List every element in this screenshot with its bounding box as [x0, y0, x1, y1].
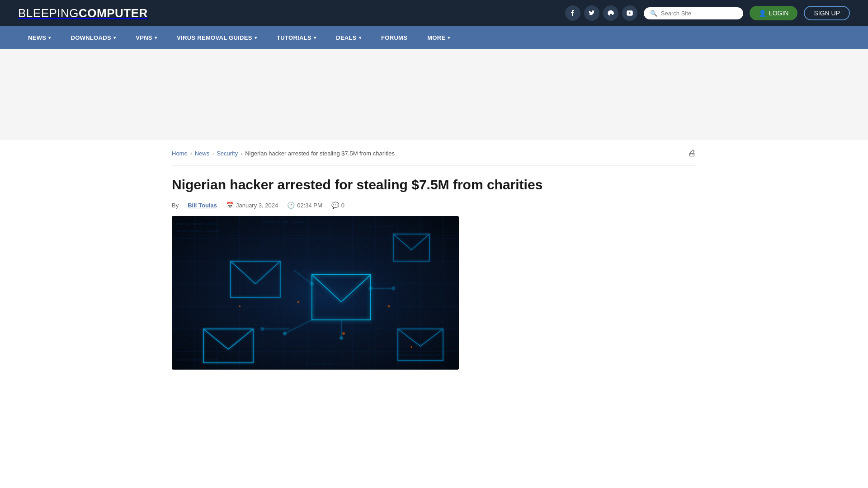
comments-badge[interactable]: 💬 0 — [331, 202, 344, 209]
site-header: BLEEPINGCOMPUTER 🔍 👤 LOGIN — [0, 0, 868, 26]
main-content: Home › News › Security › Nigerian hacker… — [163, 140, 705, 370]
main-nav: NEWS ▾ DOWNLOADS ▾ VPNS ▾ VIRUS REMOVAL … — [0, 26, 868, 49]
nav-tutorials-arrow: ▾ — [314, 35, 316, 40]
nav-more[interactable]: MORE ▾ — [417, 26, 460, 49]
comments-count: 0 — [341, 202, 344, 209]
login-button[interactable]: 👤 LOGIN — [750, 6, 798, 20]
calendar-icon: 📅 — [226, 202, 234, 209]
breadcrumb-home[interactable]: Home — [172, 150, 188, 157]
twitter-icon[interactable] — [584, 5, 599, 21]
breadcrumb: Home › News › Security › Nigerian hacker… — [172, 140, 696, 166]
breadcrumb-sep-3: › — [241, 150, 242, 157]
print-icon[interactable]: 🖨 — [688, 149, 696, 158]
site-logo[interactable]: BLEEPINGCOMPUTER — [18, 6, 148, 20]
nav-virus-removal[interactable]: VIRUS REMOVAL GUIDES ▾ — [167, 26, 267, 49]
logo-text-bold: COMPUTER — [79, 6, 148, 20]
article-by: By — [172, 202, 179, 209]
signup-label: SIGN UP — [814, 9, 840, 17]
header-right: 🔍 👤 LOGIN SIGN UP — [565, 5, 850, 21]
social-icons-group — [565, 5, 637, 21]
mastodon-icon[interactable] — [603, 5, 618, 21]
breadcrumb-security[interactable]: Security — [217, 150, 238, 157]
nav-news-arrow: ▾ — [48, 35, 51, 40]
comment-icon: 💬 — [331, 202, 339, 209]
article-time: 02:34 PM — [297, 202, 322, 209]
article-author[interactable]: Bill Toulas — [188, 202, 217, 209]
nav-vpns-arrow: ▾ — [155, 35, 157, 40]
nav-tutorials[interactable]: TUTORIALS ▾ — [267, 26, 326, 49]
article-time-item: 🕐 02:34 PM — [287, 202, 322, 209]
article-meta: By Bill Toulas 📅 January 3, 2024 🕐 02:34… — [172, 202, 696, 216]
nav-forums[interactable]: FORUMS — [371, 26, 417, 49]
nav-virus-removal-arrow: ▾ — [255, 35, 257, 40]
search-icon: 🔍 — [650, 10, 657, 17]
nav-downloads-arrow: ▾ — [113, 35, 116, 40]
nav-vpns[interactable]: VPNS ▾ — [126, 26, 167, 49]
nav-more-arrow: ▾ — [448, 35, 450, 40]
facebook-icon[interactable] — [565, 5, 580, 21]
login-label: LOGIN — [769, 9, 789, 17]
youtube-icon[interactable] — [622, 5, 637, 21]
advertisement-banner — [0, 49, 868, 140]
article-date-item: 📅 January 3, 2024 — [226, 202, 278, 209]
logo-text-plain: BLEEPING — [18, 6, 79, 20]
breadcrumb-sep-1: › — [190, 150, 192, 157]
nav-downloads[interactable]: DOWNLOADS ▾ — [61, 26, 126, 49]
search-input[interactable] — [661, 10, 737, 17]
svg-rect-47 — [172, 216, 459, 370]
nav-deals[interactable]: DEALS ▾ — [326, 26, 371, 49]
article-title: Nigerian hacker arrested for stealing $7… — [172, 176, 696, 193]
signup-button[interactable]: SIGN UP — [804, 6, 850, 20]
login-user-icon: 👤 — [759, 9, 766, 17]
clock-icon: 🕐 — [287, 202, 295, 209]
nav-deals-arrow: ▾ — [359, 35, 361, 40]
breadcrumb-current: Nigerian hacker arrested for stealing $7… — [245, 150, 395, 157]
article-date: January 3, 2024 — [236, 202, 278, 209]
breadcrumb-sep-2: › — [212, 150, 214, 157]
nav-news[interactable]: NEWS ▾ — [18, 26, 61, 49]
breadcrumb-links: Home › News › Security › Nigerian hacker… — [172, 150, 395, 157]
article-hero-image: 01001101 11001010 00110101 10110010 0110… — [172, 216, 459, 370]
breadcrumb-news[interactable]: News — [195, 150, 210, 157]
search-bar[interactable]: 🔍 — [644, 7, 743, 19]
